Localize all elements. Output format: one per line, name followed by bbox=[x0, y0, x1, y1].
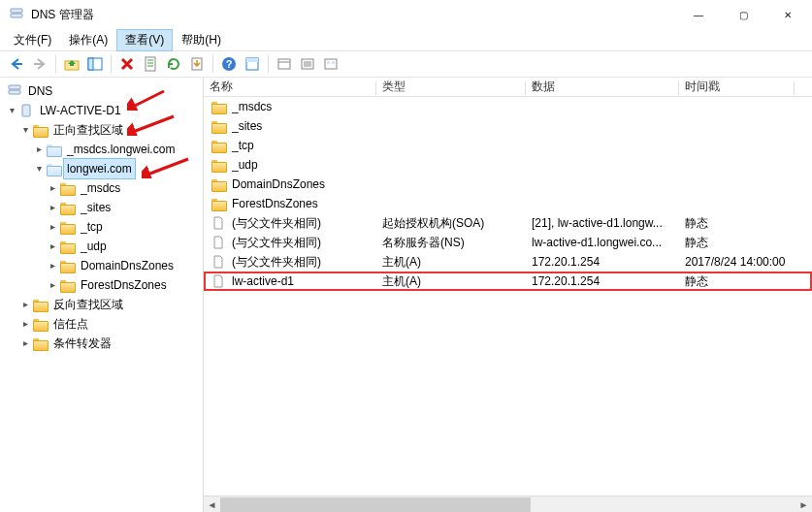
menu-view[interactable]: 查看(V) bbox=[117, 30, 172, 50]
zone-icon bbox=[46, 142, 61, 157]
tree-reverse-zones[interactable]: ▸反向查找区域 bbox=[2, 295, 203, 314]
back-button[interactable] bbox=[6, 53, 27, 75]
tree-sub-ddz[interactable]: ▸DomainDnsZones bbox=[2, 256, 203, 275]
caret-down-icon[interactable]: ▾ bbox=[19, 124, 31, 136]
tree-zone-msdcs[interactable]: ▸ _msdcs.longwei.com bbox=[2, 140, 203, 159]
unknown-tool-2[interactable] bbox=[274, 53, 295, 75]
unknown-tool-4[interactable] bbox=[320, 53, 341, 75]
list-row[interactable]: _msdcs bbox=[204, 97, 812, 116]
horizontal-scrollbar[interactable]: ◄ ► bbox=[204, 496, 812, 512]
minimize-button[interactable]: — bbox=[676, 0, 721, 29]
svg-rect-0 bbox=[11, 9, 22, 13]
list-row[interactable]: (与父文件夹相同)名称服务器(NS)lw-active-d1.longwei.c… bbox=[204, 233, 812, 252]
column-timestamp[interactable]: 时间戳 bbox=[679, 79, 795, 95]
caret-right-icon[interactable]: ▸ bbox=[47, 221, 58, 233]
tree-sub-udp[interactable]: ▸_udp bbox=[2, 237, 203, 256]
menu-file[interactable]: 文件(F) bbox=[6, 30, 59, 50]
help-button[interactable]: ? bbox=[218, 53, 240, 75]
scroll-right-icon[interactable]: ► bbox=[796, 496, 812, 513]
caret-right-icon[interactable]: ▸ bbox=[47, 240, 58, 252]
unknown-tool-3[interactable] bbox=[297, 53, 318, 75]
record-name: (与父文件夹相同) bbox=[232, 215, 321, 232]
column-type[interactable]: 类型 bbox=[376, 79, 526, 95]
menu-help[interactable]: 帮助(H) bbox=[174, 30, 229, 50]
caret-right-icon[interactable]: ▸ bbox=[47, 182, 58, 194]
tree-trust-points[interactable]: ▸信任点 bbox=[2, 314, 203, 334]
list-row[interactable]: (与父文件夹相同)主机(A)172.20.1.2542017/8/24 14:0… bbox=[204, 252, 812, 272]
caret-right-icon[interactable]: ▸ bbox=[19, 299, 31, 310]
scroll-left-icon[interactable]: ◄ bbox=[204, 496, 220, 513]
tree-zone-longwei[interactable]: ▾ longwei.com bbox=[2, 159, 203, 178]
folder-icon bbox=[211, 138, 226, 153]
list-row[interactable]: DomainDnsZones bbox=[204, 175, 812, 194]
caret-right-icon[interactable]: ▸ bbox=[19, 318, 31, 330]
tree-label: 条件转发器 bbox=[50, 334, 114, 353]
scroll-thumb[interactable] bbox=[220, 497, 531, 512]
record-data: 172.20.1.254 bbox=[526, 255, 679, 269]
maximize-button[interactable]: ▢ bbox=[721, 0, 765, 29]
tree-sub-fdz[interactable]: ▸ForestDnsZones bbox=[2, 275, 203, 295]
list-row[interactable]: (与父文件夹相同)起始授权机构(SOA)[21], lw-active-d1.l… bbox=[204, 213, 812, 233]
folder-icon bbox=[211, 196, 226, 211]
caret-down-icon[interactable]: ▾ bbox=[33, 163, 45, 175]
list-row[interactable]: _udp bbox=[204, 155, 812, 175]
svg-rect-1 bbox=[11, 14, 22, 17]
column-name[interactable]: 名称 bbox=[204, 79, 376, 95]
close-button[interactable]: ✕ bbox=[765, 0, 810, 29]
record-name: (与父文件夹相同) bbox=[232, 235, 321, 251]
tree-sub-tcp[interactable]: ▸_tcp bbox=[2, 217, 203, 237]
list-row[interactable]: ForestDnsZones bbox=[204, 194, 812, 213]
unknown-tool-1[interactable] bbox=[242, 53, 263, 75]
column-data[interactable]: 数据 bbox=[526, 79, 679, 95]
main-panel: DNS ▾ LW-ACTIVE-D1 ▾ 正向查找区域 ▸ _msdcs.lon… bbox=[0, 78, 812, 512]
caret-down-icon[interactable]: ▾ bbox=[6, 105, 17, 116]
record-data: lw-active-d1.longwei.co... bbox=[526, 236, 679, 249]
window-title: DNS 管理器 bbox=[27, 7, 676, 23]
toolbar-separator bbox=[55, 55, 56, 73]
list-view[interactable]: 名称 类型 数据 时间戳 _msdcs_sites_tcp_udpDomainD… bbox=[204, 78, 812, 512]
menu-action[interactable]: 操作(A) bbox=[61, 30, 115, 50]
svg-rect-13 bbox=[325, 59, 337, 69]
record-type: 起始授权机构(SOA) bbox=[376, 215, 526, 232]
record-name: _tcp bbox=[232, 139, 254, 152]
tree-forward-zones[interactable]: ▾ 正向查找区域 bbox=[2, 120, 203, 140]
tree-label: DNS bbox=[25, 81, 55, 101]
tree-sub-msdcs[interactable]: ▸_msdcs bbox=[2, 178, 203, 198]
tree-label: _udp bbox=[78, 237, 110, 256]
refresh-button[interactable] bbox=[163, 53, 184, 75]
record-name: DomainDnsZones bbox=[232, 177, 325, 191]
folder-icon bbox=[59, 277, 75, 293]
record-name: (与父文件夹相同) bbox=[232, 254, 321, 271]
up-level-button[interactable] bbox=[61, 53, 82, 75]
caret-right-icon[interactable]: ▸ bbox=[19, 337, 31, 349]
folder-icon bbox=[32, 336, 48, 351]
tree-conditional-forwarders[interactable]: ▸条件转发器 bbox=[2, 334, 203, 353]
tree-label: longwei.com bbox=[64, 159, 135, 178]
list-row[interactable]: _tcp bbox=[204, 136, 812, 155]
tree-view[interactable]: DNS ▾ LW-ACTIVE-D1 ▾ 正向查找区域 ▸ _msdcs.lon… bbox=[0, 78, 204, 512]
svg-rect-14 bbox=[327, 61, 330, 64]
toolbar-separator bbox=[268, 55, 269, 73]
record-name: _msdcs bbox=[232, 100, 272, 113]
caret-right-icon[interactable]: ▸ bbox=[33, 144, 45, 155]
record-type: 主机(A) bbox=[376, 273, 526, 290]
zone-icon bbox=[46, 161, 61, 176]
record-icon bbox=[211, 254, 226, 270]
properties-button[interactable] bbox=[140, 53, 161, 75]
delete-button[interactable] bbox=[116, 53, 138, 75]
tree-sub-sites[interactable]: ▸_sites bbox=[2, 198, 203, 217]
list-row[interactable]: lw-active-d1主机(A)172.20.1.254静态 bbox=[204, 272, 812, 291]
caret-right-icon[interactable]: ▸ bbox=[47, 279, 58, 291]
forward-button[interactable] bbox=[29, 53, 50, 75]
list-row[interactable]: _sites bbox=[204, 116, 812, 136]
record-timestamp: 静态 bbox=[679, 215, 812, 232]
title-bar: DNS 管理器 — ▢ ✕ bbox=[0, 0, 812, 29]
show-hide-tree-button[interactable] bbox=[84, 53, 106, 75]
folder-icon bbox=[211, 157, 226, 173]
caret-right-icon[interactable]: ▸ bbox=[47, 260, 58, 272]
caret-right-icon[interactable]: ▸ bbox=[47, 202, 58, 213]
tree-root-dns[interactable]: DNS bbox=[2, 81, 203, 101]
export-list-button[interactable] bbox=[186, 53, 208, 75]
tree-server[interactable]: ▾ LW-ACTIVE-D1 bbox=[2, 101, 203, 120]
folder-icon bbox=[59, 258, 75, 273]
